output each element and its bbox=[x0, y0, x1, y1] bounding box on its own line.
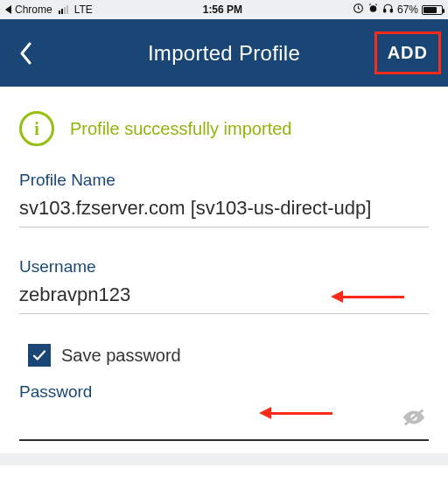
annotation-arrow-icon bbox=[331, 290, 404, 303]
svg-rect-2 bbox=[384, 10, 386, 12]
username-group: Username bbox=[19, 257, 429, 314]
toggle-password-visibility-button[interactable] bbox=[399, 405, 429, 430]
ios-status-bar: Chrome LTE 1:56 PM 67% bbox=[0, 0, 448, 19]
annotation-arrow-icon bbox=[259, 407, 332, 419]
info-icon: i bbox=[19, 111, 54, 146]
profile-name-input[interactable] bbox=[19, 195, 429, 228]
rotation-lock-icon bbox=[353, 3, 364, 17]
save-password-checkbox[interactable] bbox=[28, 344, 51, 367]
headphones-icon bbox=[382, 3, 394, 17]
carrier-label: LTE bbox=[74, 4, 93, 16]
svg-point-1 bbox=[370, 5, 377, 12]
content-area: i Profile successfully imported Profile … bbox=[0, 87, 448, 441]
check-icon bbox=[32, 347, 47, 363]
profile-name-group: Profile Name bbox=[19, 171, 429, 228]
svg-rect-3 bbox=[390, 10, 392, 12]
alarm-icon bbox=[368, 3, 379, 17]
profile-name-label: Profile Name bbox=[19, 171, 429, 190]
username-label: Username bbox=[19, 257, 429, 276]
battery-pct: 67% bbox=[397, 4, 418, 16]
back-button[interactable] bbox=[7, 34, 46, 73]
app-header: Imported Profile ADD bbox=[0, 19, 448, 87]
success-message: Profile successfully imported bbox=[70, 119, 291, 139]
back-to-app-icon[interactable] bbox=[5, 5, 11, 14]
battery-icon bbox=[422, 5, 443, 15]
add-button[interactable]: ADD bbox=[374, 32, 441, 74]
success-banner: i Profile successfully imported bbox=[19, 111, 429, 146]
eye-off-icon bbox=[401, 407, 427, 428]
chevron-left-icon bbox=[19, 42, 33, 65]
bottom-spacer bbox=[0, 453, 448, 466]
save-password-label: Save password bbox=[61, 346, 181, 366]
cell-signal-icon bbox=[59, 5, 68, 14]
back-to-app-label[interactable]: Chrome bbox=[15, 4, 52, 16]
password-label: Password bbox=[19, 382, 429, 402]
password-group: Password bbox=[19, 382, 429, 441]
clock: 1:56 PM bbox=[203, 4, 242, 16]
password-input[interactable] bbox=[19, 409, 429, 441]
save-password-row: Save password bbox=[28, 344, 429, 367]
